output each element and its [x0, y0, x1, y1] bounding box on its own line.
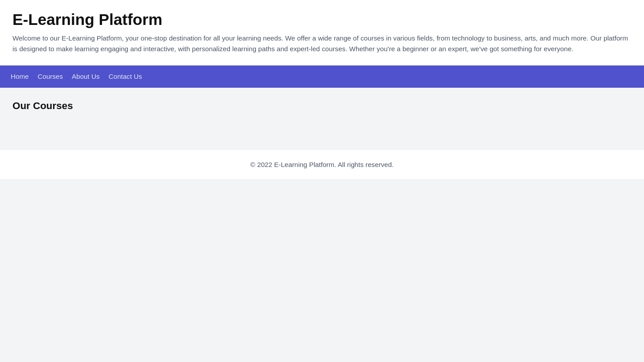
site-description: Welcome to our E-Learning Platform, your… [12, 33, 632, 55]
site-footer: © 2022 E-Learning Platform. All rights r… [0, 150, 644, 179]
nav-link-contact[interactable]: Contact Us [109, 73, 142, 80]
main-nav: Home Courses About Us Contact Us [0, 65, 644, 88]
nav-link-about[interactable]: About Us [72, 73, 99, 80]
nav-item-home: Home [11, 73, 29, 81]
nav-item-courses: Courses [38, 73, 63, 81]
main-content: Our Courses [0, 88, 644, 150]
footer-copyright: © 2022 E-Learning Platform. All rights r… [11, 161, 633, 168]
courses-section-title: Our Courses [12, 100, 632, 112]
site-title: E-Learning Platform [12, 11, 632, 28]
nav-item-about: About Us [72, 73, 99, 81]
nav-link-home[interactable]: Home [11, 73, 29, 80]
nav-item-contact: Contact Us [109, 73, 142, 81]
site-header: E-Learning Platform Welcome to our E-Lea… [0, 0, 644, 65]
nav-list: Home Courses About Us Contact Us [11, 73, 633, 81]
nav-link-courses[interactable]: Courses [38, 73, 63, 80]
